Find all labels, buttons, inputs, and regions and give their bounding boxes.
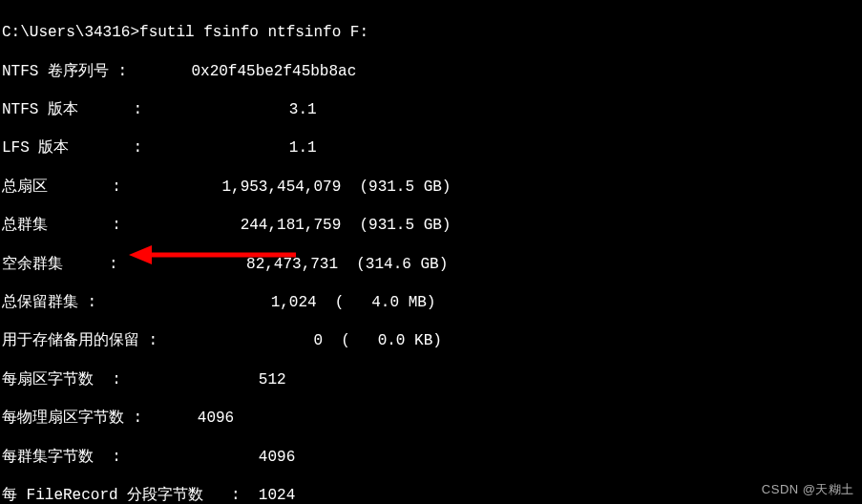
prompt-line: C:\Users\34316>fsutil fsinfo ntfsinfo F: bbox=[2, 23, 860, 42]
info-line-bytephys: 每物理扇区字节数 : 4096 bbox=[2, 409, 860, 428]
info-line-storeres: 用于存储备用的保留 : 0 ( 0.0 KB) bbox=[2, 331, 860, 350]
info-line-clusters: 总群集 : 244,181,759 (931.5 GB) bbox=[2, 216, 860, 235]
info-line-free: 空余群集 : 82,473,731 (314.6 GB) bbox=[2, 255, 860, 274]
info-line-ntfsver: NTFS 版本 : 3.1 bbox=[2, 100, 860, 119]
info-line-sectors: 总扇区 : 1,953,454,079 (931.5 GB) bbox=[2, 178, 860, 197]
terminal-output: C:\Users\34316>fsutil fsinfo ntfsinfo F:… bbox=[0, 0, 862, 504]
watermark-text: CSDN @天糊土 bbox=[762, 481, 854, 498]
info-line-frseg: 每 FileRecord 分段字节数 : 1024 bbox=[2, 486, 860, 504]
info-line-serial: NTFS 卷序列号 : 0x20f45be2f45bb8ac bbox=[2, 62, 860, 81]
info-line-bytesect: 每扇区字节数 : 512 bbox=[2, 370, 860, 389]
info-line-byteclus: 每群集字节数 : 4096 bbox=[2, 448, 860, 467]
info-line-reserved: 总保留群集 : 1,024 ( 4.0 MB) bbox=[2, 293, 860, 312]
info-line-lfsver: LFS 版本 : 1.1 bbox=[2, 138, 860, 158]
